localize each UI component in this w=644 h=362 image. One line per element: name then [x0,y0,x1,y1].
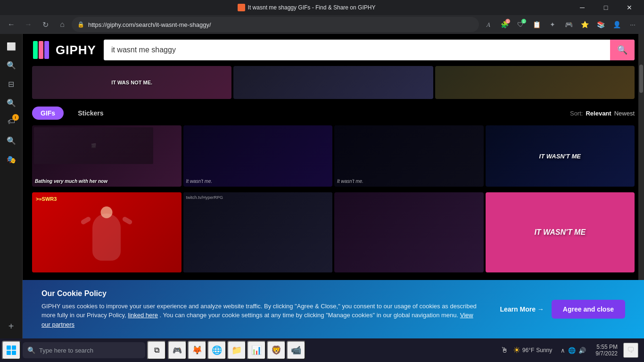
giphy-logo[interactable]: GIPHY [32,40,96,60]
sidebar-search2-button[interactable]: 🔍 [3,94,20,111]
search-input[interactable] [104,40,610,60]
main-content: GIPHY 🔍 IT WAS NOT ME. GIFs [23,34,644,338]
gif-grid-row2: >»SWR3 twitch.tv [23,190,644,274]
clock[interactable]: 5:55 PM 9/7/2022 [592,344,621,357]
sort-relevant-option[interactable]: Relevant [586,110,611,117]
sidebar-notification-badge: ! [12,114,19,121]
sys-tray: ∧ 🌐 🔊 [557,347,590,354]
start-button[interactable] [2,341,21,360]
tab-favicon [238,4,245,11]
read-aloud-button[interactable]: 𝐴 [481,17,496,32]
nav-bar: ← → ↻ ⌂ 🔒 https://giphy.com/search/it-wa… [0,15,644,34]
weather-condition: Sunny [536,347,552,354]
giphy-logo-icon [32,40,52,60]
back-button[interactable]: ← [4,17,19,32]
taskbar-search-icon: 🔍 [27,346,35,354]
lock-icon: 🔒 [77,21,84,28]
learn-more-button[interactable]: Learn More → [500,305,544,313]
extensions-button[interactable]: 🧩1 [497,17,512,32]
cookie-banner: Our Cookie Policy GIPHY uses cookies to … [23,280,644,339]
address-bar[interactable]: 🔒 https://giphy.com/search/it-wasnt-me-s… [72,17,479,32]
gifs-filter-button[interactable]: GIFs [32,107,64,120]
taskbar-brave-icon[interactable]: 🦁 [267,341,286,360]
sidebar-vertical-tabs-button[interactable]: ⊟ [3,75,20,92]
sidebar-search-button[interactable]: 🔍 [3,57,20,74]
favorites-button[interactable]: 📚 [593,17,608,32]
gif-4-text: IT WASN'T ME [539,153,581,160]
settings-icon-button[interactable]: ✦ [545,17,560,32]
refresh-button[interactable]: ↻ [38,17,53,32]
gif-8-text: IT WASN'T ME [534,228,586,237]
network-icon[interactable]: 🌐 [568,347,576,354]
taskbar-search-bar[interactable]: 🔍 Type here to search [23,342,145,358]
profile-button[interactable]: 👤 [609,17,624,32]
gamebar-button[interactable]: 🎮 [561,17,576,32]
sort-label: Sort: [570,110,583,117]
agree-button[interactable]: Agree and close [552,300,625,319]
gif-item-1[interactable]: Bathing very much with her now 🎬 [32,125,182,187]
collections-button[interactable]: ⭐ [577,17,592,32]
taskbar-firefox-icon[interactable]: 🦊 [188,341,206,360]
cookie-title: Our Cookie Policy [41,289,481,298]
top-gif-3[interactable] [435,66,635,99]
taskbar-zoom-icon[interactable]: 📹 [287,341,305,360]
cookie-body: GIPHY uses cookies to improve your user … [41,302,481,329]
forward-button[interactable]: → [21,17,36,32]
maximize-button[interactable]: □ [595,0,617,15]
search-button[interactable]: 🔍 [610,40,635,60]
sidebar-add-button[interactable]: + [3,318,20,335]
taskbar-edge-icon[interactable]: 🌐 [207,341,226,360]
title-bar: It wasnt me shaggy GIFs - Find & Share o… [0,0,644,15]
task-view-button[interactable]: ⧉ [147,341,166,360]
sidebar-active-button[interactable]: 🎭 [3,151,20,168]
svg-rect-2 [44,41,49,59]
stickers-filter-button[interactable]: Stickers [69,107,112,120]
taskbar-sheets-icon[interactable]: 📊 [247,341,266,360]
scrollbar-thumb[interactable] [639,65,643,93]
gif-item-7[interactable] [334,192,484,272]
nav-icons: 𝐴 🧩1 🛡1 📋 ✦ 🎮 ⭐ 📚 👤 ··· [481,17,640,32]
chevron-up-icon[interactable]: ∧ [561,347,565,354]
taskbar-right: 🖱 ☀ 96°F Sunny ∧ 🌐 🔊 5:55 PM 9/7/2022 🗨 [501,343,642,358]
top-gifs-row: IT WAS NOT ME. [23,66,644,99]
page-title: It wasnt me shaggy GIFs - Find & Share o… [248,4,376,11]
notification-button[interactable]: 🗨 [623,343,638,358]
minimize-button[interactable]: ─ [571,0,593,15]
giphy-page: GIPHY 🔍 IT WAS NOT ME. GIFs [23,34,644,338]
gif-item-6[interactable]: twitch.tv/HyperRPG [183,192,333,272]
gif-item-8[interactable]: IT WASN'T ME [486,192,635,272]
taskbar-icon-unknown[interactable]: 🎮 [168,341,187,360]
browser-body: ⬜ 🔍 ⊟ 🔍 🏷 ! 🔍 🎭 + GIPHY [0,34,644,338]
taskbar-files-icon[interactable]: 📁 [227,341,246,360]
weather-info[interactable]: ☀ 96°F Sunny [510,345,555,355]
menu-button[interactable]: ··· [625,17,640,32]
taskbar-app-icons: 🎮 🦊 🌐 📁 📊 🦁 📹 [168,341,305,360]
sun-icon: ☀ [513,345,520,355]
cookie-body-text2: . You can change your cookie settings at… [160,312,459,319]
volume-icon[interactable]: 🔊 [578,347,586,354]
gif-item-2[interactable]: It wasn't me. [183,125,333,187]
sort-newest-option[interactable]: Newest [614,110,635,117]
cookie-link[interactable]: linked here [128,312,158,319]
window-controls: ─ □ ✕ [571,0,640,15]
cookie-actions: Learn More → Agree and close [500,300,625,319]
search-bar[interactable]: 🔍 [104,40,635,60]
gif-item-4[interactable]: IT WASN'T ME [486,125,635,187]
home-button[interactable]: ⌂ [55,17,70,32]
filter-bar: GIFs Stickers Sort: Relevant Newest [23,103,644,123]
taskbar-search-text: Type here to search [39,347,93,354]
sidebar-badge-button[interactable]: 🏷 ! [3,113,20,130]
close-button[interactable]: ✕ [619,0,640,15]
sidebar-tabs-button[interactable]: ⬜ [3,38,20,55]
shield-button[interactable]: 🛡1 [513,17,528,32]
sidebar-discover-button[interactable]: 🔍 [3,132,20,149]
top-gif-2[interactable] [233,66,433,99]
gif-item-3[interactable]: It wasn't me. [334,125,484,187]
top-gif-1[interactable]: IT WAS NOT ME. [32,66,231,99]
windows-logo [7,346,16,355]
notes-button[interactable]: 📋 [529,17,544,32]
gif-6-tag: twitch.tv/HyperRPG [186,195,223,200]
gif-1-text: Bathing very much with her now [35,179,107,184]
svg-rect-1 [39,41,43,59]
gif-item-5[interactable]: >»SWR3 [32,192,182,272]
